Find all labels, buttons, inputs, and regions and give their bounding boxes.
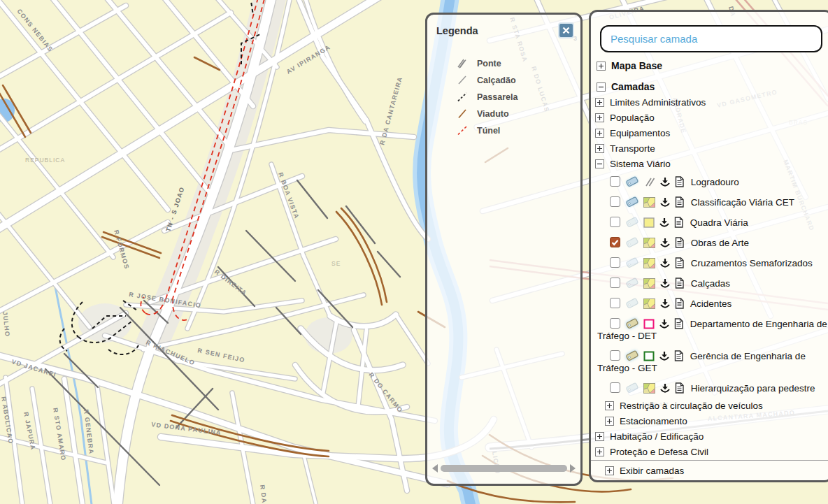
yellow-square-swatch-icon [643,217,655,228]
layer-checkbox[interactable] [610,382,620,393]
tag-icon[interactable] [625,382,639,394]
ponte-line-icon [454,58,471,69]
close-icon[interactable] [558,22,574,38]
tag-icon[interactable] [625,175,639,187]
layer-checkbox[interactable] [610,257,620,268]
legend-panel: Legenda Ponte Calçadão Passarela Viaduto… [425,13,583,486]
expand-icon[interactable] [605,401,614,410]
legend-item: Túnel [454,122,580,139]
search-input[interactable] [600,25,822,52]
metadata-icon[interactable] [675,278,684,289]
layer-row: Departamento de Engenharia de Tráfego - … [595,313,828,345]
legend-item-label: Túnel [477,126,500,136]
tree-group-row[interactable]: Limites Administrativos [595,94,828,110]
tree-group-row[interactable]: Estacionamento [595,413,828,429]
tag-icon[interactable] [625,216,639,228]
metadata-icon[interactable] [674,318,683,329]
layer-checkbox[interactable] [610,298,620,308]
tree-group-row[interactable]: Equipamentos [595,125,828,141]
metadata-icon[interactable] [674,217,683,228]
tag-icon[interactable] [625,196,639,208]
tree-group-label: Transporte [610,143,655,154]
download-icon[interactable] [659,351,670,361]
expand-icon[interactable] [595,113,604,122]
expand-icon[interactable] [595,432,604,441]
map-swatch-icon [643,238,655,248]
green-outline-swatch-icon [643,351,655,361]
legend-item-label: Calçadão [477,75,516,85]
download-icon[interactable] [659,383,671,394]
tree-group-label: Mapa Base [611,60,662,71]
exhibit-layers-row[interactable]: Exibir camadas [591,460,828,480]
layer-checkbox[interactable] [610,350,620,361]
metadata-icon[interactable] [675,176,684,187]
collapse-icon[interactable] [595,159,604,168]
download-icon[interactable] [659,298,671,309]
tree-group-row[interactable]: Mapa Base [597,58,828,73]
layer-checkbox[interactable] [610,196,620,207]
layer-checkbox[interactable] [610,217,620,227]
expand-icon[interactable] [595,129,604,138]
tag-icon[interactable] [625,277,639,289]
scroll-right-arrow[interactable] [570,464,576,473]
layer-label: Logradouro [691,177,739,187]
tree-group-row[interactable]: Restrição à circulação de veículos [595,398,828,413]
map-swatch-icon [643,258,655,268]
tag-icon[interactable] [625,317,639,329]
layer-checkbox[interactable] [610,176,620,187]
map-swatch-icon [643,298,655,309]
tree-group-row[interactable]: Habitação / Edificação [595,429,828,444]
tree-group-label: Camadas [611,81,655,92]
tag-icon[interactable] [625,236,639,248]
metadata-icon[interactable] [674,350,683,361]
metadata-icon[interactable] [675,257,684,268]
scroll-left-arrow[interactable] [432,464,438,473]
download-icon[interactable] [659,278,671,289]
download-icon[interactable] [659,217,670,228]
legend-scrollbar[interactable] [432,463,576,473]
layer-row: Hierarquização para pedestre [595,377,828,398]
layer-checkbox[interactable] [610,278,620,288]
tree-group-label: Proteção e Defesa Civil [610,447,708,457]
tree-group-row[interactable]: Proteção e Defesa Civil [595,444,828,459]
tree-group-row[interactable]: População [595,110,828,125]
download-icon[interactable] [659,177,671,187]
map-swatch-icon [643,278,655,289]
layer-checkbox[interactable] [610,237,620,247]
scrollbar-thumb[interactable] [441,465,567,472]
download-icon[interactable] [659,258,671,268]
expand-icon[interactable] [605,417,614,426]
layer-label: Quadra Viária [690,217,748,228]
pink-outline-swatch-icon [643,319,655,329]
collapse-icon[interactable] [597,82,606,92]
tag-icon[interactable] [625,297,639,309]
metadata-icon[interactable] [675,298,684,309]
download-icon[interactable] [659,319,670,329]
tree-group-label: Equipamentos [610,128,670,138]
layer-row: Logradouro [595,171,828,192]
legend-item: Passarela [454,89,580,106]
calcadao-line-icon [454,75,471,86]
layer-checkbox[interactable] [610,318,620,329]
tree-group-label: Sistema Viário [610,159,671,169]
tree-group-label: Estacionamento [620,416,687,426]
download-icon[interactable] [659,197,671,208]
expand-icon[interactable] [595,144,604,153]
download-icon[interactable] [659,238,671,248]
tree-group-row[interactable]: Camadas [597,79,828,94]
expand-icon[interactable] [595,447,604,456]
tag-icon[interactable] [625,350,639,361]
tree-group-row[interactable]: Transporte [595,141,828,156]
layer-row: Cruzamentos Semaforizados [595,252,828,273]
layer-row: Quadra Viária [595,212,828,232]
expand-icon[interactable] [597,62,606,71]
expand-icon[interactable] [595,98,604,107]
layers-tree: Mapa Base Camadas Limites Administrativo… [591,57,828,462]
expand-icon[interactable] [605,466,614,475]
metadata-icon[interactable] [675,237,684,248]
metadata-icon[interactable] [675,382,684,394]
legend-item: Ponte [454,55,580,72]
tree-group-row[interactable]: Sistema Viário [595,156,828,171]
tag-icon[interactable] [625,257,639,268]
metadata-icon[interactable] [675,196,684,208]
